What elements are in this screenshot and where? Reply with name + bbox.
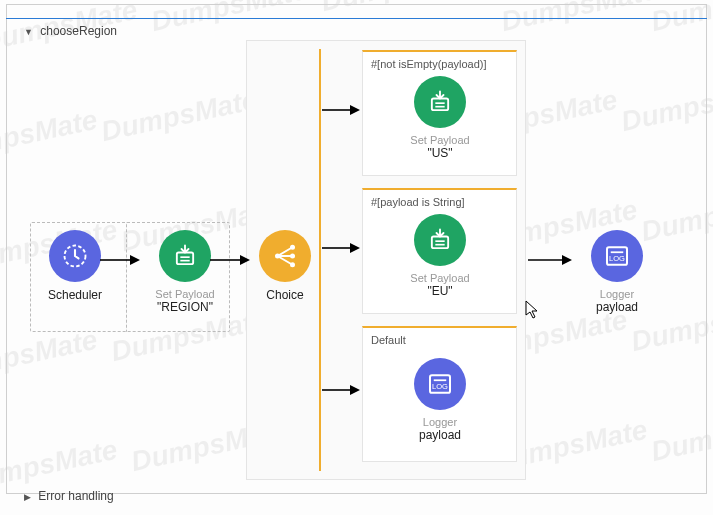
set-payload-icon — [414, 76, 466, 128]
route-condition: #[not isEmpty(payload)] — [371, 58, 487, 70]
error-handling-section[interactable]: Error handling — [24, 489, 114, 503]
arrow — [528, 250, 572, 270]
set-payload-value: "US" — [395, 146, 485, 160]
set-payload-type: Set Payload — [395, 272, 485, 284]
choice-node[interactable]: Choice — [240, 230, 330, 302]
set-payload-value: "REGION" — [140, 300, 230, 314]
set-payload-type: Set Payload — [395, 134, 485, 146]
logger-final-node[interactable]: LOG Logger payload — [572, 230, 662, 314]
svg-marker-26 — [350, 385, 360, 395]
arrow — [100, 250, 140, 270]
svg-text:LOG: LOG — [609, 254, 625, 263]
set-payload-icon — [414, 214, 466, 266]
arrow — [322, 238, 360, 258]
svg-marker-21 — [350, 243, 360, 253]
chevron-down-icon — [24, 24, 37, 38]
svg-rect-17 — [432, 237, 448, 249]
clock-icon — [49, 230, 101, 282]
arrow — [322, 380, 360, 400]
log-icon: LOG — [591, 230, 643, 282]
set-payload-us-node[interactable]: Set Payload "US" — [395, 76, 485, 160]
logger-value: payload — [395, 428, 485, 442]
error-handling-label: Error handling — [38, 489, 113, 503]
svg-rect-3 — [177, 253, 193, 265]
set-payload-eu-node[interactable]: Set Payload "EU" — [395, 214, 485, 298]
svg-marker-7 — [240, 255, 250, 265]
logger-value: payload — [572, 300, 662, 314]
set-payload-type: Set Payload — [140, 288, 230, 300]
choice-label: Choice — [240, 288, 330, 302]
route-condition: Default — [371, 334, 406, 346]
set-payload-icon — [159, 230, 211, 282]
route-condition: #[payload is String] — [371, 196, 465, 208]
svg-rect-12 — [432, 99, 448, 111]
flow-name: chooseRegion — [40, 24, 117, 38]
chevron-right-icon — [24, 489, 35, 503]
svg-marker-2 — [130, 255, 140, 265]
svg-text:LOG: LOG — [432, 382, 448, 391]
logger-type: Logger — [572, 288, 662, 300]
flow-canvas: Scheduler Set Payload "REGION" — [0, 0, 713, 515]
set-payload-region-node[interactable]: Set Payload "REGION" — [140, 230, 230, 314]
logger-type: Logger — [395, 416, 485, 428]
flow-title[interactable]: chooseRegion — [24, 24, 117, 38]
source-scope-inner — [126, 222, 128, 332]
arrow — [210, 250, 250, 270]
scheduler-label: Scheduler — [30, 288, 120, 302]
set-payload-value: "EU" — [395, 284, 485, 298]
log-icon: LOG — [414, 358, 466, 410]
logger-default-node[interactable]: LOG Logger payload — [395, 358, 485, 442]
svg-marker-16 — [350, 105, 360, 115]
arrow — [322, 100, 360, 120]
cursor-icon — [525, 300, 541, 320]
branch-icon — [259, 230, 311, 282]
svg-marker-28 — [562, 255, 572, 265]
